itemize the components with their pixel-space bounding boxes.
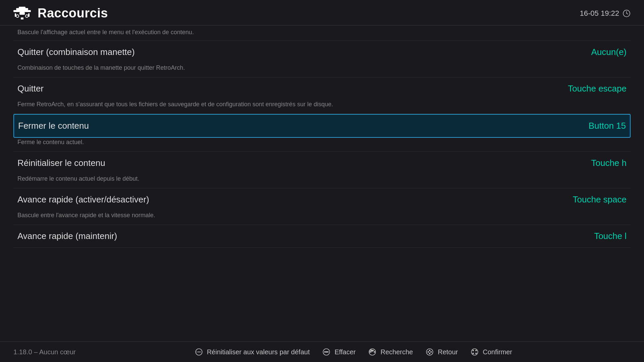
row-quitter[interactable]: Quitter Touche escape Ferme RetroArch, e… — [13, 77, 631, 114]
version-text: 1.18.0 – Aucun cœur — [13, 348, 76, 356]
footer-action-search[interactable]: Recherche — [368, 347, 413, 357]
footer-confirm-label: Confirmer — [483, 348, 512, 356]
row-fermer-contenu[interactable]: Fermer le contenu Button 15 Ferme le con… — [13, 114, 631, 152]
row-avance-rapide-toggle-label: Avance rapide (activer/désactiver) — [17, 194, 149, 205]
row-quitter-combinaison-value: Aucun(e) — [591, 47, 627, 57]
svg-point-15 — [326, 351, 327, 353]
row-quitter-combinaison-desc: Combinaison de touches de la manette pou… — [13, 63, 631, 77]
row-fermer-contenu-main[interactable]: Fermer le contenu Button 15 — [13, 114, 631, 138]
svg-point-14 — [324, 351, 326, 353]
svg-rect-2 — [19, 7, 25, 8]
svg-point-25 — [429, 350, 430, 351]
row-avance-rapide-toggle[interactable]: Avance rapide (activer/désactiver) Touch… — [13, 188, 631, 225]
clear-icon — [322, 347, 331, 357]
partial-row: Bascule l'affichage actuel entre le menu… — [13, 25, 631, 41]
footer-action-confirm[interactable]: Confirmer — [470, 347, 512, 357]
footer-back-label: Retour — [438, 348, 458, 356]
svg-rect-8 — [21, 17, 23, 19]
svg-point-19 — [370, 351, 371, 353]
svg-point-16 — [327, 351, 329, 353]
row-quitter-value: Touche escape — [568, 83, 627, 94]
row-reinitialiser-contenu-main[interactable]: Réinitialiser le contenu Touche h — [13, 152, 631, 174]
svg-point-6 — [16, 15, 19, 17]
footer: 1.18.0 – Aucun cœur Réinitialiser aux va… — [0, 342, 644, 362]
svg-point-31 — [473, 353, 474, 354]
row-reinitialiser-contenu-value: Touche h — [591, 158, 627, 168]
row-avance-rapide-maintenir-main[interactable]: Avance rapide (maintenir) Touche l — [13, 225, 631, 247]
row-avance-rapide-toggle-value: Touche space — [573, 194, 627, 205]
row-reinitialiser-contenu-desc: Redémarre le contenu actuel depuis le dé… — [13, 174, 631, 188]
footer-clear-label: Effacer — [334, 348, 356, 356]
row-avance-rapide-toggle-desc: Bascule entre l'avance rapide et la vite… — [13, 211, 631, 225]
footer-action-back[interactable]: Retour — [425, 347, 458, 357]
footer-reset-label: Réinitialiser aux valeurs par défaut — [207, 348, 310, 356]
footer-search-label: Recherche — [380, 348, 413, 356]
header: Raccourcis 16-05 19:22 — [0, 0, 644, 25]
row-quitter-main[interactable]: Quitter Touche escape — [13, 77, 631, 100]
header-datetime: 16-05 19:22 — [580, 9, 631, 18]
clock-icon — [623, 9, 631, 17]
back-icon — [425, 347, 434, 357]
svg-point-22 — [374, 351, 375, 353]
retroarch-logo-icon — [13, 7, 31, 20]
svg-rect-0 — [13, 10, 31, 12]
row-reinitialiser-contenu[interactable]: Réinitialiser le contenu Touche h Redéma… — [13, 152, 631, 188]
svg-point-23 — [426, 349, 433, 355]
row-fermer-contenu-value: Button 15 — [589, 121, 626, 131]
row-avance-rapide-maintenir-label: Avance rapide (maintenir) — [17, 231, 117, 241]
row-quitter-combinaison-main[interactable]: Quitter (combinaison manette) Aucun(e) — [13, 41, 631, 63]
svg-point-21 — [372, 350, 374, 351]
svg-point-7 — [25, 15, 28, 17]
reset-icon — [194, 347, 204, 357]
content-area: Bascule l'affichage actuel entre le menu… — [0, 25, 644, 248]
partial-desc: Bascule l'affichage actuel entre le menu… — [17, 29, 194, 36]
row-quitter-combinaison[interactable]: Quitter (combinaison manette) Aucun(e) C… — [13, 41, 631, 77]
svg-point-27 — [430, 351, 432, 353]
svg-point-20 — [371, 350, 372, 351]
row-avance-rapide-toggle-main[interactable]: Avance rapide (activer/désactiver) Touch… — [13, 188, 631, 211]
datetime-text: 16-05 19:22 — [580, 9, 619, 18]
footer-action-clear[interactable]: Effacer — [322, 347, 356, 357]
svg-point-30 — [475, 350, 477, 351]
row-avance-rapide-maintenir[interactable]: Avance rapide (maintenir) Touche l — [13, 225, 631, 248]
svg-point-28 — [471, 349, 478, 355]
svg-point-32 — [475, 353, 477, 354]
page-title: Raccourcis — [38, 6, 108, 20]
svg-point-29 — [473, 350, 474, 351]
row-quitter-desc: Ferme RetroArch, en s'assurant que tous … — [13, 100, 631, 114]
row-quitter-combinaison-label: Quitter (combinaison manette) — [17, 47, 135, 57]
row-avance-rapide-maintenir-value: Touche l — [594, 231, 627, 241]
svg-rect-5 — [19, 12, 25, 15]
row-reinitialiser-contenu-label: Réinitialiser le contenu — [17, 158, 105, 168]
row-quitter-label: Quitter — [17, 83, 44, 94]
search-icon — [368, 347, 377, 357]
header-left: Raccourcis — [13, 6, 108, 20]
footer-actions: Réinitialiser aux valeurs par défaut Eff… — [194, 347, 512, 357]
confirm-icon — [470, 347, 479, 357]
svg-point-24 — [428, 351, 429, 353]
svg-point-26 — [429, 353, 430, 354]
footer-action-reset[interactable]: Réinitialiser aux valeurs par défaut — [194, 347, 310, 357]
row-fermer-contenu-label: Fermer le contenu — [18, 121, 89, 131]
row-fermer-contenu-desc: Ferme le contenu actuel. — [13, 138, 631, 152]
